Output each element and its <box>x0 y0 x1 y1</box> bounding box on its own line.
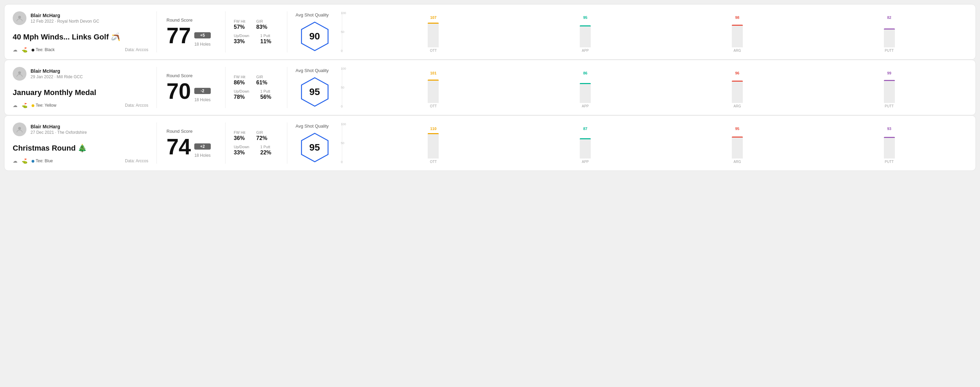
tee-label: Tee: Black <box>32 48 54 52</box>
score-main: 70-218 Holes <box>167 80 216 102</box>
chart-col: 93PUTT <box>817 127 962 163</box>
data-source: Data: Arccos <box>125 159 148 163</box>
stat-gir: GIR72% <box>256 130 267 141</box>
stat-up-down: Up/Down33% <box>234 145 249 156</box>
chart-y-labels: 100500 <box>341 11 346 52</box>
chart-y-label: 50 <box>341 86 346 89</box>
user-info: Blair McHarg29 Jan 2022 · Mill Ride GCC <box>13 67 148 81</box>
bar-top-line <box>732 25 743 26</box>
stat-up-down-value: 33% <box>234 38 249 44</box>
bar-top-line <box>732 136 743 138</box>
stat-up-down: Up/Down78% <box>234 89 249 100</box>
user-text: Blair McHarg27 Dec 2021 · The Oxfordshir… <box>30 124 87 135</box>
bar-wrapper <box>817 22 962 48</box>
card-footer: ☁⛳Tee: BlackData: Arccos <box>13 47 148 52</box>
stat-fw-hit: FW Hit86% <box>234 75 245 86</box>
chart-y-label: 100 <box>341 122 346 126</box>
chart-outer: 100500110OTT87APP95ARG93PUTT <box>350 122 962 163</box>
score-right: +518 Holes <box>194 32 210 47</box>
bar-bg <box>428 23 439 48</box>
bar-bg <box>428 79 439 103</box>
bar-chart: 110OTT87APP95ARG93PUTT <box>361 122 962 163</box>
chart-col: 107OTT <box>361 16 506 52</box>
stat-one-putt-label: 1 Putt <box>260 145 271 149</box>
stat-one-putt: 1 Putt56% <box>260 89 271 100</box>
hexagon-container: 95 <box>299 76 330 107</box>
bar-top-line <box>428 133 439 134</box>
chart-x-label: OTT <box>430 104 437 108</box>
chart-section: 100500101OTT86APP96ARG99PUTT <box>342 67 967 108</box>
stat-up-down-value: 33% <box>234 149 249 156</box>
round-title: 40 Mph Winds... Links Golf 🪃 <box>13 33 148 41</box>
bar-bg <box>580 138 591 159</box>
stat-gir-value: 72% <box>256 135 267 141</box>
stat-fw-hit-value: 36% <box>234 135 245 141</box>
chart-y-label: 50 <box>341 141 346 145</box>
chart-y-label: 100 <box>341 11 346 15</box>
chart-y-label: 100 <box>341 67 346 70</box>
score-right: -218 Holes <box>194 88 210 102</box>
stat-gir: GIR61% <box>256 75 267 86</box>
footer-left: ☁⛳Tee: Yellow <box>13 103 56 108</box>
chart-y-label: 0 <box>341 160 346 163</box>
flag-icon: ⛳ <box>22 103 27 108</box>
avatar <box>13 122 26 136</box>
bar-top-line <box>884 80 895 81</box>
round-title: Christmas Round 🎄 <box>13 144 148 153</box>
stat-fw-hit-label: FW Hit <box>234 75 245 79</box>
card-left: Blair McHarg27 Dec 2021 · The Oxfordshir… <box>13 122 157 163</box>
user-name: Blair McHarg <box>30 13 99 18</box>
score-label: Round Score <box>167 128 216 134</box>
user-text: Blair McHarg29 Jan 2022 · Mill Ride GCC <box>30 68 83 79</box>
quality-number: 95 <box>309 86 320 97</box>
chart-y-labels: 100500 <box>341 67 346 108</box>
chart-col: 110OTT <box>361 127 506 163</box>
chart-value-label: 96 <box>735 71 740 75</box>
quality-section: Avg Shot Quality 95 <box>287 67 342 108</box>
stats-row-2: Up/Down33%1 Putt22% <box>234 145 279 156</box>
bar-top-line <box>884 137 895 138</box>
footer-left: ☁⛳Tee: Black <box>13 47 54 52</box>
card-footer: ☁⛳Tee: BlueData: Arccos <box>13 158 148 163</box>
stat-one-putt: 1 Putt22% <box>260 145 271 156</box>
stat-one-putt-value: 56% <box>260 94 271 100</box>
chart-x-label: PUTT <box>885 160 894 163</box>
chart-col: 87APP <box>513 127 658 163</box>
quality-number: 95 <box>309 142 320 153</box>
stat-fw-hit: FW Hit57% <box>234 19 245 30</box>
stat-fw-hit-label: FW Hit <box>234 130 245 135</box>
chart-y-label: 0 <box>341 49 346 52</box>
score-section: Round Score70-218 Holes <box>157 67 226 108</box>
chart-x-label: ARG <box>733 49 741 52</box>
chart-col: 101OTT <box>361 71 506 108</box>
bar-top-line <box>428 23 439 24</box>
bar-wrapper <box>513 22 658 48</box>
stat-gir-label: GIR <box>256 130 267 135</box>
card-left: Blair McHarg29 Jan 2022 · Mill Ride GCCJ… <box>13 67 157 108</box>
score-badge: +5 <box>194 32 210 38</box>
svg-point-0 <box>18 16 21 19</box>
avatar <box>13 11 26 25</box>
user-info: Blair McHarg27 Dec 2021 · The Oxfordshir… <box>13 122 148 136</box>
bar-bg <box>884 29 895 48</box>
chart-y-label: 0 <box>341 105 346 108</box>
chart-value-label: 95 <box>583 16 587 19</box>
user-date-course: 29 Jan 2022 · Mill Ride GCC <box>30 75 83 79</box>
quality-number: 90 <box>309 31 320 42</box>
chart-section: 100500110OTT87APP95ARG93PUTT <box>342 122 967 163</box>
stats-section: FW Hit36%GIR72%Up/Down33%1 Putt22% <box>226 122 287 163</box>
chart-value-label: 86 <box>583 71 587 75</box>
score-holes: 18 Holes <box>194 42 210 47</box>
round-card-2: Blair McHarg29 Jan 2022 · Mill Ride GCCJ… <box>4 60 976 115</box>
chart-value-label: 110 <box>430 127 436 131</box>
flag-icon: ⛳ <box>22 47 27 52</box>
score-label: Round Score <box>167 17 216 23</box>
bar-bg <box>732 25 743 48</box>
quality-label: Avg Shot Quality <box>296 68 329 73</box>
card-footer: ☁⛳Tee: YellowData: Arccos <box>13 103 148 108</box>
stat-one-putt: 1 Putt11% <box>260 33 271 44</box>
score-label: Round Score <box>167 73 216 78</box>
chart-col: 99PUTT <box>817 71 962 108</box>
data-source: Data: Arccos <box>125 103 148 108</box>
score-main: 77+518 Holes <box>167 25 216 47</box>
